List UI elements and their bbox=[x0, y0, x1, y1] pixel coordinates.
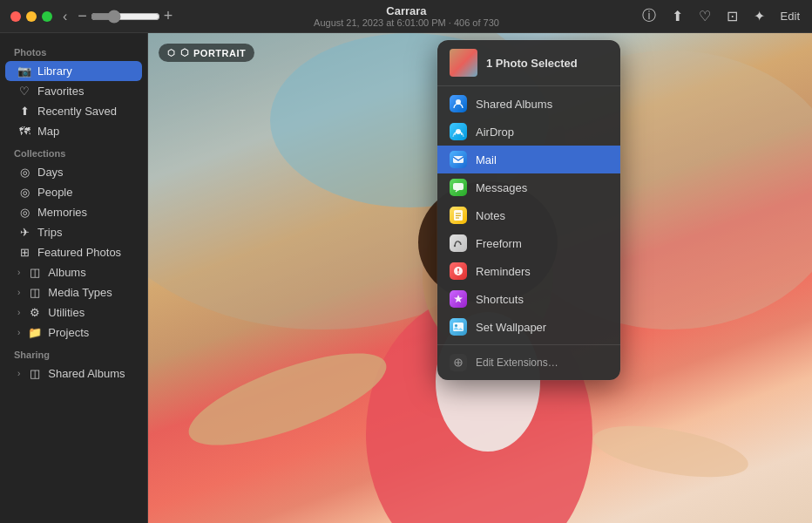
sidebar-label-favorites: Favorites bbox=[37, 85, 84, 98]
sidebar-item-map[interactable]: 🗺 Map bbox=[5, 121, 142, 141]
svg-point-21 bbox=[457, 272, 459, 274]
sidebar-item-trips[interactable]: ✈ Trips bbox=[5, 222, 142, 242]
zoom-minus-icon: − bbox=[78, 7, 87, 25]
sidebar-label-shared-albums: Shared Albums bbox=[48, 367, 125, 380]
share-item-freeform[interactable]: Freeform bbox=[437, 229, 620, 257]
share-header: 1 Photo Selected bbox=[437, 40, 620, 86]
share-item-wallpaper[interactable]: Set Wallpaper bbox=[437, 313, 620, 341]
freeform-menu-label: Freeform bbox=[476, 237, 522, 250]
messages-menu-label: Messages bbox=[476, 181, 527, 194]
people-icon: ◎ bbox=[17, 186, 31, 199]
utilities-icon: ⚙ bbox=[28, 306, 42, 319]
back-button[interactable]: ‹ bbox=[59, 7, 71, 26]
shared-albums-menu-icon bbox=[450, 95, 467, 112]
share-item-extensions[interactable]: Edit Extensions… bbox=[437, 349, 620, 377]
svg-point-23 bbox=[455, 324, 457, 327]
portrait-icon: ⬡ bbox=[180, 47, 190, 58]
shared-albums-menu-label: Shared Albums bbox=[476, 98, 552, 111]
main-content: Photos 📷 Library ♡ Favorites ⬆ Recently … bbox=[0, 33, 812, 523]
wallpaper-menu-icon bbox=[450, 318, 467, 336]
traffic-lights bbox=[10, 11, 52, 22]
sidebar-item-albums[interactable]: › ◫ Albums bbox=[5, 262, 142, 282]
svg-rect-12 bbox=[453, 156, 464, 163]
sidebar: Photos 📷 Library ♡ Favorites ⬆ Recently … bbox=[0, 33, 148, 523]
projects-icon: 📁 bbox=[28, 326, 42, 339]
projects-expand-arrow: › bbox=[17, 328, 20, 337]
sidebar-item-people[interactable]: ◎ People bbox=[5, 182, 142, 202]
sidebar-item-projects[interactable]: › 📁 Projects bbox=[5, 323, 142, 343]
portrait-badge: ⬡ PORTRAIT bbox=[159, 44, 254, 62]
map-icon: 🗺 bbox=[17, 125, 31, 138]
share-item-airdrop[interactable]: AirDrop bbox=[437, 118, 620, 146]
share-item-notes[interactable]: Notes bbox=[437, 201, 620, 229]
share-item-shortcuts[interactable]: Shortcuts bbox=[437, 285, 620, 313]
info-button[interactable]: ⓘ bbox=[640, 5, 658, 27]
sidebar-label-map: Map bbox=[37, 125, 59, 138]
sidebar-item-favorites[interactable]: ♡ Favorites bbox=[5, 81, 142, 101]
sidebar-label-recently-saved: Recently Saved bbox=[37, 105, 117, 118]
sidebar-label-media-types: Media Types bbox=[48, 286, 112, 299]
messages-menu-icon bbox=[450, 179, 467, 196]
sidebar-item-media-types[interactable]: › ◫ Media Types bbox=[5, 282, 142, 302]
share-menu: Shared Albums AirDrop Mail bbox=[437, 86, 620, 380]
memories-icon: ◎ bbox=[17, 206, 31, 219]
sidebar-label-trips: Trips bbox=[37, 226, 62, 239]
sidebar-label-featured-photos: Featured Photos bbox=[37, 246, 121, 259]
sidebar-item-utilities[interactable]: › ⚙ Utilities bbox=[5, 302, 142, 323]
zoom-range-input[interactable] bbox=[91, 10, 160, 24]
featured-photos-icon: ⊞ bbox=[17, 246, 31, 259]
share-item-shared-albums[interactable]: Shared Albums bbox=[437, 90, 620, 118]
magic-wand-button[interactable]: ✦ bbox=[752, 6, 767, 26]
extensions-menu-label: Edit Extensions… bbox=[476, 357, 558, 369]
sidebar-label-memories: Memories bbox=[37, 206, 87, 219]
edit-button[interactable]: Edit bbox=[779, 8, 802, 24]
svg-rect-13 bbox=[453, 183, 464, 190]
recently-saved-icon: ⬆ bbox=[17, 105, 31, 118]
sidebar-section-sharing: Sharing bbox=[0, 343, 147, 363]
share-header-title: 1 Photo Selected bbox=[486, 57, 578, 70]
sidebar-item-library[interactable]: 📷 Library bbox=[5, 61, 142, 81]
favorite-button[interactable]: ♡ bbox=[697, 6, 713, 26]
shortcuts-menu-icon bbox=[450, 290, 467, 308]
shortcuts-menu-label: Shortcuts bbox=[476, 293, 524, 306]
sidebar-item-recently-saved[interactable]: ⬆ Recently Saved bbox=[5, 101, 142, 121]
title-center: Carrara August 21, 2023 at 6:01:00 PM · … bbox=[173, 4, 639, 28]
share-item-messages[interactable]: Messages bbox=[437, 173, 620, 201]
reminders-menu-label: Reminders bbox=[476, 265, 531, 278]
zoom-slider[interactable]: − + bbox=[78, 7, 173, 25]
portrait-label: PORTRAIT bbox=[193, 48, 246, 58]
reminders-menu-icon bbox=[450, 262, 467, 280]
close-button[interactable] bbox=[10, 11, 21, 22]
notes-menu-icon bbox=[450, 207, 467, 224]
minimize-button[interactable] bbox=[26, 11, 37, 22]
share-button[interactable]: ⬆ bbox=[670, 6, 685, 26]
crop-button[interactable]: ⊡ bbox=[725, 6, 740, 26]
svg-point-18 bbox=[454, 245, 456, 247]
days-icon: ◎ bbox=[17, 166, 31, 179]
share-item-reminders[interactable]: Reminders bbox=[437, 257, 620, 285]
fullscreen-button[interactable] bbox=[42, 11, 52, 22]
notes-menu-label: Notes bbox=[476, 209, 505, 222]
title-bar-left: ‹ − + bbox=[10, 7, 173, 26]
media-types-expand-arrow: › bbox=[17, 288, 20, 297]
photo-background: ⬡ PORTRAIT 1 Photo Selected Shared Album… bbox=[148, 33, 812, 523]
media-types-icon: ◫ bbox=[28, 286, 42, 299]
sidebar-label-days: Days bbox=[37, 166, 64, 179]
airdrop-menu-icon bbox=[450, 123, 467, 140]
airdrop-menu-label: AirDrop bbox=[476, 126, 514, 139]
shared-albums-expand-arrow: › bbox=[17, 369, 20, 378]
sidebar-section-photos: Photos bbox=[0, 40, 147, 61]
sidebar-label-people: People bbox=[37, 186, 72, 199]
albums-icon: ◫ bbox=[28, 266, 42, 279]
sidebar-label-albums: Albums bbox=[48, 266, 85, 279]
photo-meta: August 21, 2023 at 6:01:00 PM · 406 of 7… bbox=[173, 17, 639, 28]
share-item-mail[interactable]: Mail bbox=[437, 146, 620, 173]
freeform-menu-icon bbox=[450, 234, 467, 252]
albums-expand-arrow: › bbox=[17, 268, 20, 277]
sidebar-item-featured-photos[interactable]: ⊞ Featured Photos bbox=[5, 242, 142, 262]
trips-icon: ✈ bbox=[17, 226, 31, 239]
sidebar-item-days[interactable]: ◎ Days bbox=[5, 162, 142, 182]
sidebar-item-memories[interactable]: ◎ Memories bbox=[5, 202, 142, 222]
sidebar-label-utilities: Utilities bbox=[48, 306, 85, 319]
sidebar-item-shared-albums[interactable]: › ◫ Shared Albums bbox=[5, 363, 142, 384]
